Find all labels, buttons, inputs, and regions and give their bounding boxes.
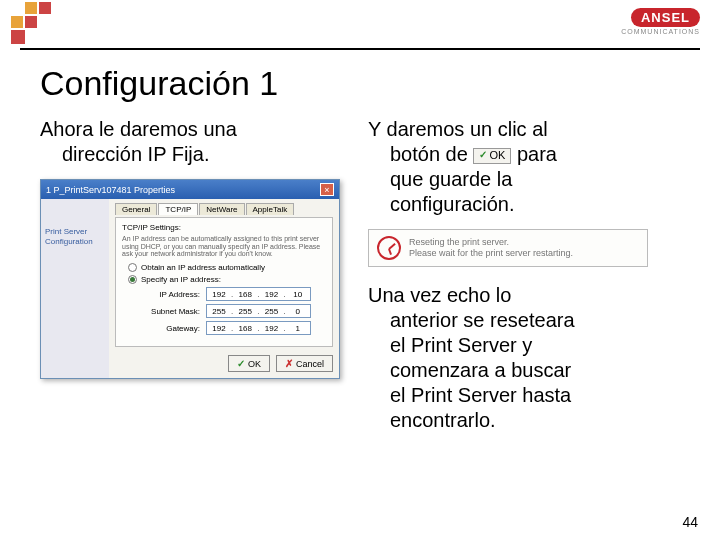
- ip-oct-2[interactable]: [233, 288, 257, 300]
- gw-oct-4[interactable]: [286, 322, 310, 334]
- p2-line4: comenzara a buscar: [368, 358, 678, 383]
- mask-field[interactable]: . . .: [206, 304, 311, 318]
- radio-manual[interactable]: Specify an IP address:: [128, 275, 326, 284]
- p2-line6: encontrarlo.: [368, 408, 678, 433]
- mask-oct-4[interactable]: [286, 305, 310, 317]
- gw-row: Gateway: . . .: [140, 321, 326, 335]
- tab-tcpip[interactable]: TCP/IP: [158, 203, 198, 215]
- tcpip-group: TCP/IP Settings: An IP address can be au…: [115, 217, 333, 347]
- tab-appletalk[interactable]: AppleTalk: [246, 203, 295, 215]
- ip-oct-4[interactable]: [286, 288, 310, 300]
- logo-icon: [5, 0, 65, 50]
- clock-icon: [377, 236, 401, 260]
- x-icon: ✗: [285, 358, 293, 369]
- dialog-tabs: General TCP/IP NetWare AppleTalk: [115, 203, 333, 215]
- dialog-title: 1 P_PrintServ107481 Properties: [46, 185, 175, 195]
- p1-line3: que guarde la: [368, 167, 678, 192]
- dialog-sidebar: Print Server Configuration: [41, 199, 109, 378]
- reset-line2: Please wait for the print server restart…: [409, 248, 573, 259]
- gw-field[interactable]: . . .: [206, 321, 311, 335]
- mask-row: Subnet Mask: . . .: [140, 304, 326, 318]
- intro-line1: Ahora le daremos una: [40, 118, 237, 140]
- cancel-label: Cancel: [296, 359, 324, 369]
- brand-subtitle: COMMUNICATIONS: [621, 28, 700, 35]
- ok-button[interactable]: ✓OK: [228, 355, 270, 372]
- group-desc: An IP address can be automatically assig…: [122, 235, 326, 258]
- radio-auto[interactable]: Obtain an IP address automatically: [128, 263, 326, 272]
- check-icon: ✓: [237, 358, 245, 369]
- p2-line1: Una vez echo lo: [368, 284, 511, 306]
- mask-oct-1[interactable]: [207, 305, 231, 317]
- check-icon: ✓: [479, 149, 487, 162]
- group-title: TCP/IP Settings:: [122, 223, 326, 232]
- ip-label: IP Address:: [140, 290, 200, 299]
- radio-icon: [128, 263, 137, 272]
- properties-dialog: 1 P_PrintServ107481 Properties × Print S…: [40, 179, 340, 379]
- radio-auto-label: Obtain an IP address automatically: [141, 263, 265, 272]
- gw-oct-1[interactable]: [207, 322, 231, 334]
- p2-line3: el Print Server y: [368, 333, 678, 358]
- mask-oct-3[interactable]: [259, 305, 283, 317]
- gw-oct-2[interactable]: [233, 322, 257, 334]
- tab-netware[interactable]: NetWare: [199, 203, 244, 215]
- p2-line2: anterior se reseteara: [368, 308, 678, 333]
- instruction-1: Y daremos un clic al botón de ✓OK para q…: [368, 117, 678, 217]
- gw-oct-3[interactable]: [259, 322, 283, 334]
- instruction-2: Una vez echo lo anterior se reseteara el…: [368, 283, 678, 433]
- ip-row: IP Address: . . .: [140, 287, 326, 301]
- dialog-titlebar[interactable]: 1 P_PrintServ107481 Properties ×: [41, 180, 339, 199]
- close-icon[interactable]: ×: [320, 183, 334, 196]
- intro-text: Ahora le daremos una dirección IP Fija.: [40, 117, 350, 167]
- reset-line1: Reseting the print server.: [409, 237, 573, 248]
- radio-manual-label: Specify an IP address:: [141, 275, 221, 284]
- page-title: Configuración 1: [40, 64, 720, 103]
- inline-ok-label: OK: [489, 149, 505, 163]
- p1-line2a: botón de: [390, 143, 468, 165]
- cancel-button[interactable]: ✗Cancel: [276, 355, 333, 372]
- gw-label: Gateway:: [140, 324, 200, 333]
- ip-oct-1[interactable]: [207, 288, 231, 300]
- p1-line4: configuración.: [368, 192, 678, 217]
- brand-name: ANSEL: [631, 8, 700, 27]
- mask-oct-2[interactable]: [233, 305, 257, 317]
- slide-header: ANSEL COMMUNICATIONS: [20, 0, 700, 50]
- mask-label: Subnet Mask:: [140, 307, 200, 316]
- p2-line5: el Print Server hasta: [368, 383, 678, 408]
- brand: ANSEL COMMUNICATIONS: [621, 8, 700, 35]
- p1-line1: Y daremos un clic al: [368, 118, 548, 140]
- reset-message: Reseting the print server. Please wait f…: [368, 229, 648, 267]
- radio-icon-selected: [128, 275, 137, 284]
- page-number: 44: [682, 514, 698, 530]
- ip-field[interactable]: . . .: [206, 287, 311, 301]
- inline-ok-button: ✓OK: [473, 148, 511, 164]
- ip-oct-3[interactable]: [259, 288, 283, 300]
- tab-general[interactable]: General: [115, 203, 157, 215]
- intro-line2: dirección IP Fija.: [40, 142, 350, 167]
- p1-line2b: para: [517, 143, 557, 165]
- ok-label: OK: [248, 359, 261, 369]
